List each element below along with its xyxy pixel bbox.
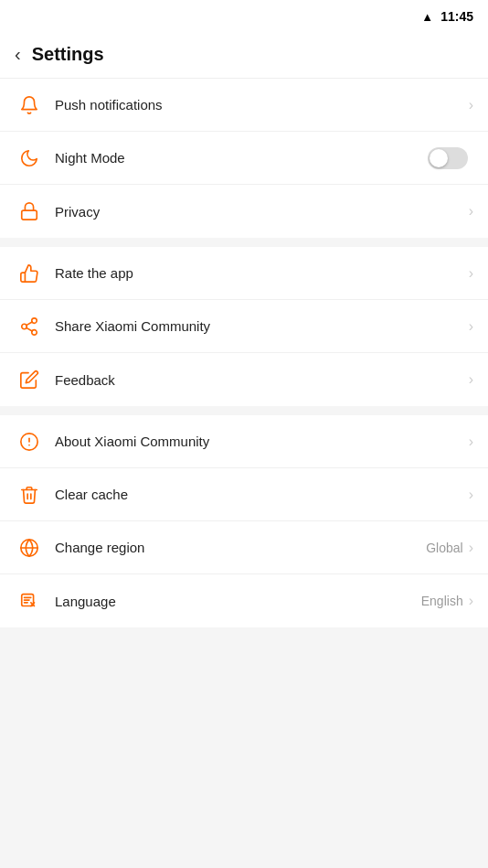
language-label: Language (55, 594, 421, 609)
push-notifications-item[interactable]: Push notifications › (0, 79, 488, 132)
about-item[interactable]: About Xiaomi Community › (0, 415, 488, 468)
wifi-icon: ▲ (421, 10, 433, 24)
night-mode-label: Night Mode (55, 150, 428, 166)
feedback-label: Feedback (55, 372, 469, 388)
header: ‹ Settings (0, 33, 488, 79)
change-region-item[interactable]: Change region Global › (0, 521, 488, 574)
privacy-item[interactable]: Privacy › (0, 185, 488, 238)
language-value: English (421, 594, 463, 608)
status-bar: ▲ 11:45 (0, 0, 488, 33)
globe-icon (15, 538, 44, 558)
change-region-label: Change region (55, 540, 426, 555)
settings-group-3: About Xiaomi Community › Clear cache › C… (0, 415, 488, 627)
svg-rect-0 (22, 210, 37, 220)
page-title: Settings (32, 44, 104, 65)
settings-group-2: Rate the app › Share Xiaomi Community › … (0, 247, 488, 406)
night-mode-toggle[interactable] (428, 147, 468, 169)
trash-icon (15, 485, 44, 505)
share-label: Share Xiaomi Community (55, 318, 469, 334)
moon-icon (15, 148, 44, 168)
about-label: About Xiaomi Community (55, 434, 469, 449)
info-icon (15, 432, 44, 452)
push-notifications-label: Push notifications (55, 97, 469, 113)
clear-cache-chevron: › (469, 487, 473, 503)
bell-icon (15, 95, 44, 115)
feedback-item[interactable]: Feedback › (0, 353, 488, 406)
clear-cache-label: Clear cache (55, 487, 469, 502)
language-icon (15, 591, 44, 611)
rate-app-chevron: › (469, 265, 473, 282)
privacy-label: Privacy (55, 204, 469, 220)
rate-app-label: Rate the app (55, 265, 469, 281)
privacy-chevron: › (469, 203, 473, 220)
status-time: 11:45 (440, 9, 473, 24)
rate-app-item[interactable]: Rate the app › (0, 247, 488, 300)
svg-line-5 (27, 321, 32, 325)
night-mode-item[interactable]: Night Mode (0, 132, 488, 185)
toggle-thumb (430, 149, 448, 167)
change-region-value: Global (426, 541, 462, 555)
thumbsup-icon (15, 263, 44, 284)
share-item[interactable]: Share Xiaomi Community › (0, 300, 488, 353)
feedback-chevron: › (469, 371, 473, 388)
push-notifications-chevron: › (469, 97, 473, 113)
language-item[interactable]: Language English › (0, 574, 488, 627)
lock-icon (15, 201, 44, 221)
change-region-chevron: › (469, 540, 473, 556)
edit-icon (15, 370, 44, 390)
share-icon (15, 316, 44, 337)
settings-group-1: Push notifications › Night Mode Privacy … (0, 79, 488, 238)
share-chevron: › (469, 318, 473, 335)
back-button[interactable]: ‹ (15, 44, 21, 65)
svg-line-4 (27, 327, 32, 331)
about-chevron: › (469, 434, 473, 450)
language-chevron: › (469, 593, 473, 609)
clear-cache-item[interactable]: Clear cache › (0, 468, 488, 521)
